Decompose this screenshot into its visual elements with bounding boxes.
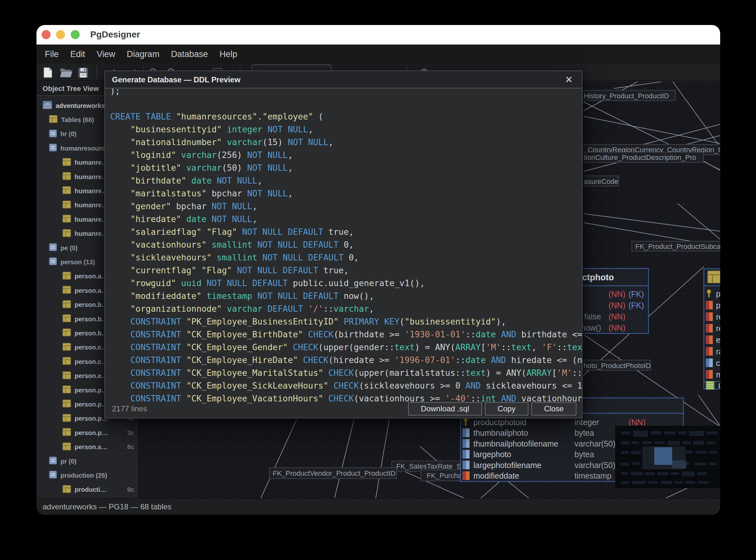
table-icon: [62, 428, 71, 438]
tree-item-pr-0-[interactable]: pr (0): [37, 454, 138, 469]
menu-diagram[interactable]: Diagram: [127, 49, 160, 59]
table-icon: [62, 328, 71, 338]
svg-text:CK_ProductReview_Rating: CK_ProductReview_Rating: [718, 381, 720, 390]
tree-item-label: person (13): [61, 259, 95, 266]
modal-titlebar: Generate Database — DDL Preview ✕: [105, 71, 582, 88]
svg-text:(NN): (NN): [608, 289, 625, 299]
tree-item-label: production (25): [61, 472, 107, 479]
window-title: PgDesigner: [90, 30, 140, 39]
close-icon[interactable]: ✕: [565, 71, 573, 88]
tree-item-column-count: 3c: [125, 429, 134, 437]
status-bar: adventureworks — PG18 — 68 tables: [37, 498, 720, 515]
svg-text:FK_Product_ProductSubcate: FK_Product_ProductSubcate: [635, 242, 720, 251]
tree-item-person-stateprovince[interactable]: person.stateprovince8c: [37, 440, 138, 455]
menu-edit[interactable]: Edit: [70, 49, 85, 59]
schema-icon: [49, 457, 57, 466]
menu-database[interactable]: Database: [171, 49, 208, 59]
svg-text:(NN): (NN): [629, 418, 646, 427]
svg-text:bytea: bytea: [574, 428, 594, 437]
svg-text:varchar(50): varchar(50): [574, 461, 615, 469]
tree-item-label: person.stateprovince: [75, 443, 110, 451]
entity-table-productreview[interactable]: productreviewproductreviewidproductidrev…: [704, 269, 720, 390]
table-icon: [62, 385, 71, 395]
tree-item-label: pr (0): [61, 458, 77, 465]
svg-text:integer: integer: [574, 418, 599, 427]
ddl-preview-modal: Generate Database — DDL Preview ✕ ); CRE…: [104, 71, 583, 418]
menu-help[interactable]: Help: [219, 49, 237, 59]
copy-button[interactable]: Copy: [485, 402, 528, 416]
schema-icon: [49, 257, 57, 267]
svg-text:productphotoid: productphotoid: [474, 418, 526, 427]
table-icon: [62, 400, 71, 409]
table-column-row: largephotofilenamevarchar(50): [462, 461, 615, 469]
tree-item-production-25-[interactable]: production (25): [37, 468, 138, 483]
table-icon: [62, 343, 71, 353]
svg-text:comments: comments: [716, 359, 720, 367]
new-file-icon[interactable]: [42, 67, 53, 79]
ddl-code[interactable]: ); CREATE TABLE "humanresources"."employ…: [110, 85, 583, 405]
schema-icon: [49, 243, 57, 253]
svg-text:thumbnailphoto: thumbnailphoto: [474, 428, 528, 437]
svg-text:modifieddate: modifieddate: [716, 370, 720, 379]
svg-text:largephotofilename: largephotofilename: [474, 461, 542, 469]
minimap[interactable]: [615, 426, 720, 488]
tree-item-label: person.phonenumbertype: [75, 429, 110, 437]
traffic-light-close-button[interactable]: [42, 30, 50, 39]
svg-text:hoto_ProductPhotoID: hoto_ProductPhotoID: [584, 362, 651, 370]
svg-text:(NN): (NN): [608, 301, 625, 310]
tree-item-column-count: 8c: [125, 443, 134, 451]
tree-item-label: hr (0): [61, 131, 77, 138]
svg-text:(NN): (NN): [608, 323, 625, 332]
svg-text:tionCulture_ProductDescription: tionCulture_ProductDescription_Pro: [584, 154, 696, 161]
table-icon: [62, 215, 71, 224]
tree-item-label: production.billofmaterials: [75, 486, 110, 493]
download-sql-button[interactable]: Download .sql: [408, 402, 482, 416]
tree-item-column-count: 9c: [125, 486, 134, 493]
line-count: 2177 lines: [112, 404, 147, 413]
traffic-light-zoom-button[interactable]: [71, 30, 80, 39]
schema-icon: [49, 143, 57, 153]
table-icon: [62, 300, 71, 310]
tree-item-person-phonenumbertype[interactable]: person.phonenumbertype3c: [37, 425, 138, 440]
svg-text:timestamp: timestamp: [574, 471, 611, 480]
svg-text:rating: rating: [716, 347, 720, 356]
tree-item-label: Tables (68): [61, 116, 94, 124]
svg-text:thumbnailphotofilename: thumbnailphotofilename: [474, 439, 558, 448]
schema-icon: [49, 471, 57, 480]
table-constraint-row: CK_ProductReview_Rating: [706, 381, 720, 390]
svg-text:reviewername: reviewername: [716, 312, 720, 321]
menu-file[interactable]: File: [45, 49, 59, 59]
svg-text:varchar(50): varchar(50): [574, 439, 615, 448]
app-window: PgDesigner FileEditViewDiagramDatabaseHe…: [37, 25, 720, 515]
svg-text:History_Product_ProductID: History_Product_ProductID: [584, 92, 669, 100]
save-icon[interactable]: [78, 67, 89, 79]
svg-text:asureCode: asureCode: [584, 178, 618, 185]
menu-view[interactable]: View: [97, 49, 115, 59]
svg-text:(FK): (FK): [628, 301, 644, 310]
tree-item-label: pe (0): [61, 244, 78, 252]
schema-icon: [49, 129, 57, 139]
svg-text:FK_Purchas: FK_Purchas: [427, 472, 465, 480]
svg-text:productreviewid: productreviewid: [716, 289, 720, 298]
svg-text:FK_SalesTaxRate_St: FK_SalesTaxRate_St: [396, 462, 463, 470]
menubar: FileEditViewDiagramDatabaseHelp: [37, 44, 720, 64]
svg-text:emailaddress: emailaddress: [716, 335, 720, 344]
svg-text:reviewdate: reviewdate: [716, 324, 720, 333]
tree-item-production-billofmaterials[interactable]: production.billofmaterials9c: [37, 482, 138, 497]
table-icon: [62, 414, 71, 423]
close-button[interactable]: Close: [531, 402, 576, 416]
svg-text:bytea: bytea: [574, 450, 594, 459]
table-icon: [62, 229, 71, 239]
svg-text:modifieddate: modifieddate: [474, 471, 519, 480]
modal-title: Generate Database — DDL Preview: [112, 71, 240, 88]
modal-footer: 2177 lines Download .sql Copy Close: [105, 400, 582, 418]
table-icon: [62, 485, 71, 495]
traffic-light-minimize-button[interactable]: [56, 30, 65, 39]
table-icon: [62, 201, 71, 210]
table-icon: [62, 158, 71, 167]
table-icon: [62, 172, 71, 182]
svg-text:FK_ProductVendor_Product_Produ: FK_ProductVendor_Product_ProductID: [273, 469, 396, 477]
open-folder-icon[interactable]: [60, 67, 72, 79]
fk-relationship-label: FK_Product_ProductSubcate: [632, 241, 720, 251]
svg-text:now(): now(): [581, 323, 601, 332]
